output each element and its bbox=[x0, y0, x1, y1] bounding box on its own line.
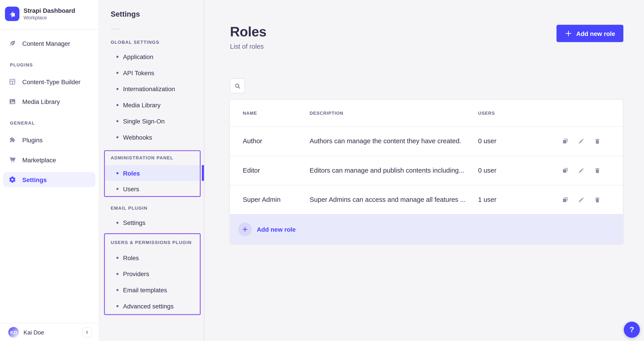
table-row-author[interactable]: Author Authors can manage the content th… bbox=[230, 126, 623, 156]
delete-button[interactable] bbox=[594, 138, 600, 144]
role-description: Authors can manage the content they have… bbox=[310, 138, 478, 145]
page-header: Roles List of roles Add new role bbox=[205, 0, 644, 50]
table-row-editor[interactable]: Editor Editors can manage and publish co… bbox=[230, 156, 623, 185]
subnav-item-application[interactable]: Application bbox=[99, 49, 204, 65]
layout-icon bbox=[9, 78, 16, 86]
collapse-sidebar-button[interactable] bbox=[82, 327, 92, 337]
section-label: GLOBAL SETTINGS bbox=[99, 40, 204, 45]
role-description: Super Admins can access and manage all f… bbox=[310, 196, 478, 204]
section-label: ADMINISTRATION PANEL bbox=[105, 155, 200, 161]
nav-item-marketplace[interactable]: Marketplace bbox=[0, 152, 99, 167]
section-global-settings: GLOBAL SETTINGS Application API Tokens I… bbox=[99, 40, 204, 146]
nav-item-content-manager[interactable]: Content Manager bbox=[0, 36, 99, 51]
divider bbox=[111, 29, 120, 30]
role-name: Editor bbox=[243, 167, 310, 174]
roles-table: NAME DESCRIPTION USERS Author Authors ca… bbox=[230, 100, 623, 244]
bullet-icon bbox=[116, 222, 118, 224]
nav-section-plugins: PLUGINS bbox=[0, 62, 99, 68]
role-name: Author bbox=[243, 138, 310, 145]
page-title: Roles bbox=[230, 24, 266, 40]
subnav-item-media-library[interactable]: Media Library bbox=[99, 97, 204, 113]
subnav-item-roles[interactable]: Roles bbox=[105, 165, 200, 181]
subnav-item-email-settings[interactable]: Settings bbox=[99, 214, 204, 231]
app-title: Strapi Dashboard bbox=[24, 7, 75, 14]
edit-button[interactable] bbox=[578, 167, 584, 174]
annotation-box-users-permissions-plugin: USERS & PERMISSIONS PLUGIN Roles Provide… bbox=[104, 233, 200, 315]
duplicate-button[interactable] bbox=[562, 196, 568, 203]
table-header: NAME DESCRIPTION USERS bbox=[230, 100, 623, 126]
pen-icon bbox=[9, 40, 16, 47]
page-subtitle: List of roles bbox=[230, 43, 266, 50]
role-users-count: 1 user bbox=[478, 196, 562, 204]
role-name: Super Admin bbox=[243, 196, 310, 204]
strapi-dashboard: Strapi Dashboard Workplace Content Manag… bbox=[0, 0, 644, 341]
plus-icon bbox=[238, 222, 252, 236]
bullet-icon bbox=[116, 104, 118, 106]
user-name: Kai Doe bbox=[24, 329, 44, 336]
column-header-users: USERS bbox=[478, 111, 601, 116]
subnav-item-webhooks[interactable]: Webhooks bbox=[99, 129, 204, 146]
edit-button[interactable] bbox=[578, 138, 584, 144]
avatar[interactable]: KD bbox=[8, 327, 19, 338]
subnav-item-email-templates[interactable]: Email templates bbox=[105, 282, 200, 298]
subnav-item-single-sign-on[interactable]: Single Sign-On bbox=[99, 113, 204, 129]
bullet-icon bbox=[116, 289, 118, 291]
subnav-item-providers[interactable]: Providers bbox=[105, 266, 200, 282]
table-row-super-admin[interactable]: Super Admin Super Admins can access and … bbox=[230, 185, 623, 214]
nav-section-general: GENERAL bbox=[0, 120, 99, 126]
subnav-item-up-roles[interactable]: Roles bbox=[105, 250, 200, 266]
help-button[interactable]: ? bbox=[624, 322, 640, 338]
main-content: Roles List of roles Add new role bbox=[205, 0, 644, 341]
nav-item-settings[interactable]: Settings bbox=[3, 172, 96, 187]
gear-icon bbox=[9, 176, 16, 183]
nav-item-label: Plugins bbox=[22, 136, 42, 144]
sidebar-footer: KD Kai Doe bbox=[0, 323, 99, 341]
cart-icon bbox=[9, 156, 16, 164]
subnav-item-api-tokens[interactable]: API Tokens bbox=[99, 65, 204, 81]
bullet-icon bbox=[116, 188, 118, 190]
add-new-role-label: Add new role bbox=[257, 226, 296, 232]
duplicate-button[interactable] bbox=[562, 167, 568, 174]
nav-item-label: Content Manager bbox=[22, 40, 70, 47]
delete-button[interactable] bbox=[594, 167, 600, 174]
workspace-name: Workplace bbox=[24, 15, 75, 21]
subnav-item-advanced-settings[interactable]: Advanced settings bbox=[105, 298, 200, 314]
search-icon bbox=[234, 82, 241, 89]
bullet-icon bbox=[116, 273, 118, 275]
nav-item-media-library[interactable]: Media Library bbox=[0, 94, 99, 109]
section-label: USERS & PERMISSIONS PLUGIN bbox=[105, 240, 200, 245]
bullet-icon bbox=[116, 72, 118, 74]
nav-item-label: Content-Type Builder bbox=[22, 78, 80, 85]
column-header-description: DESCRIPTION bbox=[310, 111, 478, 116]
subnav-item-internationalization[interactable]: Internationalization bbox=[99, 81, 204, 97]
workspace-header[interactable]: Strapi Dashboard Workplace bbox=[0, 0, 99, 30]
role-description: Editors can manage and publish contents … bbox=[310, 167, 478, 174]
add-new-role-button[interactable]: Add new role bbox=[556, 25, 623, 42]
bullet-icon bbox=[116, 305, 118, 307]
bullet-icon bbox=[116, 257, 118, 259]
plus-icon bbox=[565, 30, 572, 37]
nav-item-label: Media Library bbox=[22, 98, 60, 105]
strapi-logo-icon bbox=[5, 6, 19, 21]
chevron-left-icon bbox=[84, 330, 90, 335]
subnav-item-users[interactable]: Users bbox=[105, 181, 200, 197]
role-users-count: 0 user bbox=[478, 138, 562, 145]
image-icon bbox=[9, 98, 16, 105]
annotation-box-administration-panel: ADMINISTRATION PANEL Roles Users bbox=[104, 150, 200, 197]
main-sidebar: Strapi Dashboard Workplace Content Manag… bbox=[0, 0, 99, 341]
duplicate-button[interactable] bbox=[562, 138, 568, 144]
column-header-name: NAME bbox=[243, 111, 310, 116]
edit-button[interactable] bbox=[578, 196, 584, 203]
nav-item-label: Marketplace bbox=[22, 156, 56, 163]
search-button[interactable] bbox=[230, 78, 245, 93]
bullet-icon bbox=[116, 120, 118, 122]
table-footer-add-role[interactable]: Add new role bbox=[230, 214, 623, 244]
nav-item-plugins[interactable]: Plugins bbox=[0, 132, 99, 147]
section-email-plugin: EMAIL PLUGIN Settings bbox=[99, 206, 204, 231]
bullet-icon bbox=[116, 136, 118, 138]
settings-subnav: Settings GLOBAL SETTINGS Application API… bbox=[99, 0, 204, 341]
bullet-icon bbox=[116, 88, 118, 90]
active-nav-indicator bbox=[202, 165, 204, 181]
delete-button[interactable] bbox=[594, 196, 600, 203]
nav-item-content-type-builder[interactable]: Content-Type Builder bbox=[0, 74, 99, 89]
